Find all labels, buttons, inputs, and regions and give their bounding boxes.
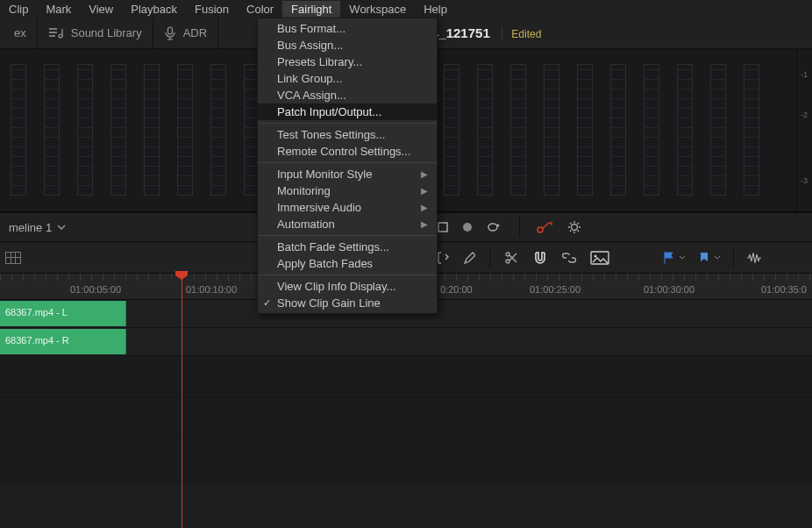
menu-item-label: Show Clip Gain Line xyxy=(277,296,381,310)
menu-link-group[interactable]: Link Group... xyxy=(258,70,437,87)
menu-separator xyxy=(258,235,437,236)
meter xyxy=(710,64,726,196)
ruler-label: 01:00:05:00 xyxy=(70,284,121,295)
menu-bus-assign[interactable]: Bus Assign... xyxy=(258,37,437,54)
meter xyxy=(477,64,493,196)
svg-rect-1 xyxy=(167,27,172,34)
timeline-selector[interactable]: meline 1 xyxy=(0,221,75,234)
timeline-name: meline 1 xyxy=(9,221,52,234)
panel-sound-library[interactable]: Sound Library xyxy=(38,18,153,48)
menu-batch-fade-settings[interactable]: Batch Fade Settings... xyxy=(258,239,437,255)
menu-input-monitor-style[interactable]: Input Monitor Style▶ xyxy=(258,166,437,182)
mic-icon xyxy=(164,26,176,40)
meter xyxy=(177,64,193,196)
menu-color[interactable]: Color xyxy=(238,1,282,18)
menu-view[interactable]: View xyxy=(80,1,122,18)
meter xyxy=(644,64,659,196)
menu-vca-assign[interactable]: VCA Assign... xyxy=(258,87,437,103)
audio-clip[interactable]: 68367.mp4 - L xyxy=(0,301,126,326)
separator xyxy=(733,248,734,268)
meter xyxy=(444,64,459,196)
menu-playback[interactable]: Playback xyxy=(122,1,186,18)
panel-index[interactable]: ex xyxy=(4,18,38,48)
panel-adr[interactable]: ADR xyxy=(153,18,218,48)
track-row[interactable] xyxy=(0,440,812,482)
fairlight-menu: Bus Format... Bus Assign... Presets Libr… xyxy=(257,18,438,314)
loop-icon[interactable] xyxy=(486,221,503,233)
adr-label: ADR xyxy=(183,26,207,39)
meter xyxy=(110,64,126,196)
timeline-tracks[interactable]: 68367.mp4 - L 68367.mp4 - R xyxy=(0,300,812,528)
menu-bus-format[interactable]: Bus Format... xyxy=(258,20,437,37)
audio-clip[interactable]: 68367.mp4 - R xyxy=(0,329,126,354)
scissors-icon[interactable] xyxy=(504,251,518,265)
menu-automation[interactable]: Automation▶ xyxy=(258,216,437,232)
automation-icon[interactable] xyxy=(536,220,555,234)
playhead-handle[interactable] xyxy=(175,270,189,281)
track-view-icon[interactable] xyxy=(5,252,21,264)
meter xyxy=(144,64,160,196)
ruler-label: 01:00:30:00 xyxy=(644,284,694,295)
meter xyxy=(210,64,226,196)
meter xyxy=(577,64,593,196)
ruler-label: 01:00:35:0 xyxy=(761,284,807,295)
waveform-icon[interactable] xyxy=(746,252,766,264)
submenu-arrow-icon: ▶ xyxy=(421,186,428,196)
flag-icon[interactable] xyxy=(663,251,675,265)
music-list-icon xyxy=(48,27,64,39)
meter xyxy=(677,64,693,196)
menu-fusion[interactable]: Fusion xyxy=(186,1,238,18)
image-icon[interactable] xyxy=(590,251,609,265)
ruler-label: 01:00:10:00 xyxy=(186,284,237,295)
menu-mark[interactable]: Mark xyxy=(37,1,80,18)
menu-item-label: Input Monitor Style xyxy=(277,168,372,181)
menu-monitoring[interactable]: Monitoring▶ xyxy=(258,182,437,199)
menu-fairlight[interactable]: Fairlight xyxy=(282,1,340,18)
separator xyxy=(489,248,490,268)
svg-point-6 xyxy=(506,253,509,256)
meter xyxy=(544,64,559,196)
meter xyxy=(744,64,759,196)
menu-help[interactable]: Help xyxy=(415,1,456,18)
menu-show-clip-gain[interactable]: ✓Show Clip Gain Line xyxy=(258,295,437,311)
gear-icon[interactable] xyxy=(567,220,581,234)
menu-test-tones[interactable]: Test Tones Settings... xyxy=(258,126,437,143)
range-select-icon[interactable] xyxy=(437,251,449,265)
scale-mark: -3 xyxy=(801,176,808,185)
submenu-arrow-icon: ▶ xyxy=(421,169,428,179)
menu-immersive-audio[interactable]: Immersive Audio▶ xyxy=(258,199,437,216)
link-icon[interactable] xyxy=(562,252,576,264)
menu-apply-batch-fades[interactable]: Apply Batch Fades xyxy=(258,255,437,272)
menubar: Clip Mark View Playback Fusion Color Fai… xyxy=(0,0,812,18)
magnet-icon[interactable] xyxy=(532,251,548,265)
chevron-down-icon[interactable] xyxy=(679,255,686,260)
scale-mark: -1 xyxy=(801,70,808,79)
marker-icon[interactable] xyxy=(698,252,710,264)
meter xyxy=(610,64,626,196)
menu-presets-library[interactable]: Presets Library... xyxy=(258,54,437,70)
separator xyxy=(519,217,520,238)
svg-point-5 xyxy=(572,225,578,231)
menu-separator xyxy=(258,275,437,275)
pencil-icon[interactable] xyxy=(463,251,475,265)
track-row[interactable] xyxy=(0,398,812,440)
menu-workspace[interactable]: Workspace xyxy=(340,1,415,18)
meter xyxy=(11,64,26,196)
meter-scale: -1 -2 -3 -4 xyxy=(796,49,812,211)
meter xyxy=(77,64,93,196)
check-icon: ✓ xyxy=(263,297,271,309)
menu-item-label: Monitoring xyxy=(277,184,331,197)
track-row[interactable]: 68367.mp4 - R xyxy=(0,328,812,356)
track-row[interactable] xyxy=(0,356,812,398)
record-icon[interactable] xyxy=(461,221,474,233)
stop-icon[interactable] xyxy=(437,221,449,233)
menu-view-clip-info[interactable]: View Clip Info Display... xyxy=(258,278,437,295)
ruler-label: 01:00:25:00 xyxy=(530,284,581,295)
menu-remote-control[interactable]: Remote Control Settings... xyxy=(258,143,437,160)
menu-separator xyxy=(258,123,437,124)
svg-point-3 xyxy=(463,223,472,232)
chevron-down-icon[interactable] xyxy=(714,255,721,260)
menu-patch-io[interactable]: Patch Input/Output... xyxy=(258,103,437,120)
svg-point-7 xyxy=(506,260,509,263)
menu-clip[interactable]: Clip xyxy=(0,1,37,18)
